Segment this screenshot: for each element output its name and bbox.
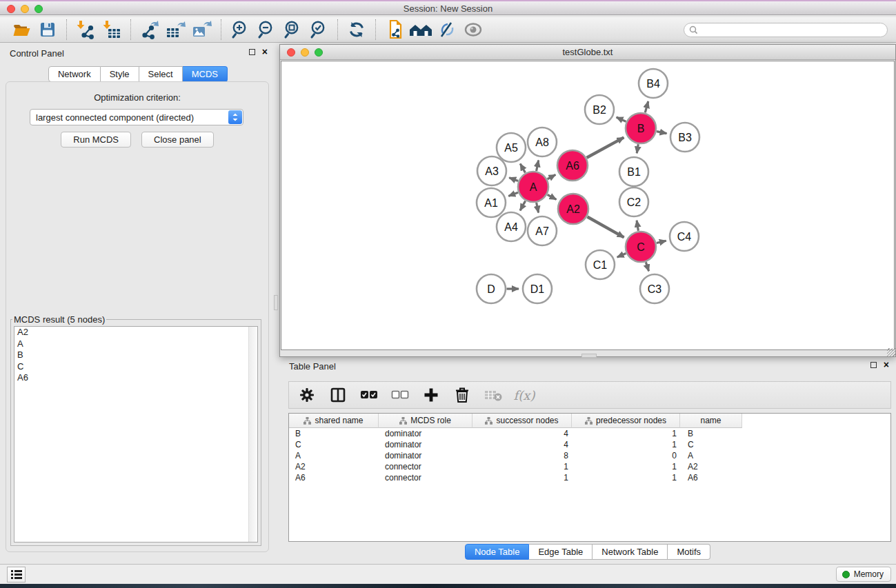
select-all-rows-button[interactable] — [357, 383, 381, 407]
graph-node-D1[interactable]: D1 — [523, 274, 552, 303]
window-resize-grip[interactable] — [887, 348, 895, 356]
create-column-button[interactable] — [419, 383, 444, 407]
graph-edge-A-A8[interactable] — [537, 160, 539, 170]
zoom-selected-button[interactable] — [306, 19, 332, 41]
table-row[interactable]: Bdominator41B — [289, 428, 890, 439]
network-graph[interactable]: B4B2BB3A5A8A6A3B1AA1C2A2A4A7CC4C1C3DD1 — [281, 61, 895, 351]
deselect-all-rows-button[interactable] — [388, 383, 412, 407]
graph-edge-A2-C[interactable] — [587, 217, 624, 238]
table-cell[interactable]: 4 — [472, 428, 572, 439]
tab-motifs[interactable]: Motifs — [668, 544, 710, 560]
result-list-item[interactable]: A6 — [14, 372, 257, 384]
column-header-MCDS-role[interactable]: MCDS role — [379, 414, 472, 428]
graph-node-A[interactable]: A — [518, 172, 548, 202]
open-session-button[interactable] — [8, 19, 34, 41]
close-panel-icon[interactable]: × — [262, 48, 268, 56]
table-row[interactable]: Cdominator41C — [289, 439, 890, 450]
tab-network-table[interactable]: Network Table — [593, 544, 668, 560]
export-image-button[interactable] — [189, 19, 215, 41]
table-cell[interactable]: connector — [379, 461, 472, 472]
table-cell[interactable]: connector — [379, 472, 472, 483]
float-panel-icon[interactable] — [249, 49, 255, 55]
show-columns-button[interactable] — [326, 383, 350, 407]
column-header-shared-name[interactable]: shared name — [289, 414, 379, 428]
graph-edge-B-B4[interactable] — [645, 101, 648, 112]
table-cell[interactable]: 1 — [472, 472, 572, 483]
table-cell[interactable]: A6 — [289, 472, 379, 483]
zoom-fit-button[interactable] — [279, 19, 306, 41]
tab-edge-table[interactable]: Edge Table — [529, 544, 593, 560]
graph-node-A5[interactable]: A5 — [497, 133, 526, 162]
graph-node-C4[interactable]: C4 — [670, 222, 699, 251]
network-canvas[interactable]: B4B2BB3A5A8A6A3B1AA1C2A2A4A7CC4C1C3DD1 — [281, 61, 895, 350]
mcds-result-list[interactable]: A2ABCA6 — [14, 326, 258, 543]
table-cell[interactable]: C — [680, 439, 742, 450]
graph-node-A2[interactable]: A2 — [558, 194, 588, 224]
close-panel-button[interactable]: Close panel — [141, 132, 214, 148]
graph-node-C2[interactable]: C2 — [619, 187, 648, 216]
table-settings-button[interactable] — [295, 383, 319, 407]
column-header-predecessor-nodes[interactable]: predecessor nodes — [572, 414, 680, 428]
table-row[interactable]: A2connector11A2 — [289, 461, 890, 472]
graph-node-A6[interactable]: A6 — [557, 150, 588, 181]
export-table-button[interactable] — [163, 19, 189, 41]
graph-node-C1[interactable]: C1 — [586, 250, 615, 279]
graph-node-D[interactable]: D — [477, 274, 506, 303]
graph-node-A8[interactable]: A8 — [528, 128, 557, 156]
table-cell[interactable]: dominator — [379, 439, 472, 450]
graph-node-C3[interactable]: C3 — [640, 274, 669, 303]
export-network-button[interactable] — [137, 19, 163, 41]
table-cell[interactable]: B — [680, 428, 742, 439]
table-cell[interactable]: 1 — [572, 472, 680, 483]
import-table-button[interactable] — [99, 19, 125, 41]
table-cell[interactable]: A2 — [680, 461, 742, 472]
criterion-dropdown[interactable]: largest connected component (directed) — [30, 109, 243, 125]
node-table[interactable]: shared nameMCDS rolesuccessor nodesprede… — [288, 413, 891, 542]
graph-edge-A-A1[interactable] — [508, 192, 518, 196]
graph-node-B1[interactable]: B1 — [619, 157, 648, 186]
table-cell[interactable]: A6 — [680, 472, 742, 483]
graph-edge-C-C3[interactable] — [646, 262, 648, 271]
table-cell[interactable]: C — [289, 439, 379, 450]
graph-node-A3[interactable]: A3 — [477, 156, 506, 185]
graph-node-B[interactable]: B — [626, 113, 656, 143]
network-window-titlebar[interactable]: testGlobe.txt — [280, 45, 895, 60]
table-cell[interactable]: 4 — [472, 439, 572, 450]
graph-node-B2[interactable]: B2 — [585, 95, 614, 124]
tab-node-table[interactable]: Node Table — [465, 544, 530, 560]
tab-network[interactable]: Network — [48, 66, 101, 82]
graph-edge-A-A6[interactable] — [548, 174, 556, 179]
graph-edge-B-B2[interactable] — [617, 117, 626, 121]
table-cell[interactable]: 8 — [472, 450, 572, 461]
tab-style[interactable]: Style — [101, 66, 139, 82]
graph-node-A7[interactable]: A7 — [528, 216, 557, 245]
graph-edge-A-A7[interactable] — [537, 203, 539, 213]
run-mcds-button[interactable]: Run MCDS — [61, 132, 131, 148]
table-cell[interactable]: 1 — [572, 439, 680, 450]
graph-edge-A-A2[interactable] — [548, 194, 557, 199]
table-row[interactable]: A6connector11A6 — [289, 472, 890, 483]
table-cell[interactable]: 1 — [572, 461, 680, 472]
search-field[interactable] — [684, 23, 888, 37]
graph-edge-C-C1[interactable] — [617, 253, 626, 257]
close-panel-icon[interactable]: × — [884, 361, 889, 369]
delete-columns-button[interactable] — [450, 383, 475, 407]
table-row[interactable]: Adominator80A — [289, 450, 890, 461]
table-cell[interactable]: 1 — [572, 428, 680, 439]
result-list-scrollbar[interactable] — [248, 327, 257, 542]
create-network-from-selection-button[interactable] — [381, 19, 408, 41]
zoom-out-button[interactable] — [253, 19, 279, 41]
function-builder-button[interactable]: f(x) — [512, 383, 537, 407]
result-list-item[interactable]: B — [14, 349, 257, 361]
delete-table-button[interactable] — [481, 383, 506, 407]
pane-divider-handle[interactable] — [274, 295, 278, 310]
memory-button[interactable]: Memory — [836, 567, 891, 582]
graph-edge-B-B1[interactable] — [637, 144, 638, 153]
table-cell[interactable]: A2 — [289, 461, 379, 472]
result-list-item[interactable]: A — [14, 338, 257, 350]
float-panel-icon[interactable] — [870, 362, 877, 368]
tab-select[interactable]: Select — [139, 66, 183, 82]
hide-graphics-details-button[interactable] — [434, 19, 460, 41]
table-cell[interactable]: A — [289, 450, 379, 461]
result-list-item[interactable]: A2 — [14, 327, 257, 338]
